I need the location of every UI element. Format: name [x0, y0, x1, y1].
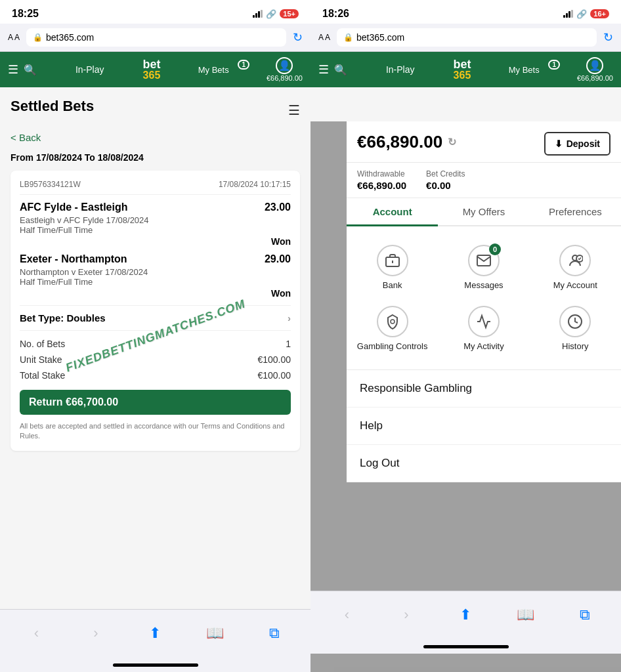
left-phone-panel: 18:25 🔗 15+ A A 🔒 bet365.com ↻ ☰ 🔍 In-Pl…: [0, 0, 310, 672]
left-badge: 15+: [280, 9, 299, 18]
right-account-btn: 👤 €66,890.00: [577, 57, 613, 82]
right-phone-panel: 18:26 🔗 16+ A A 🔒 bet365.com ↻ ☰ 🔍 In-Pl…: [310, 0, 621, 672]
right-menu-icon: ☰: [318, 62, 329, 77]
left-bet-match2: Exeter - Northampton 29.00 Northampton v…: [20, 253, 291, 299]
left-no-bets-value: 1: [286, 339, 291, 349]
left-account-btn[interactable]: 👤 €66,890.00: [267, 57, 303, 82]
acct-withdrawable-value: €66,890.00: [357, 180, 406, 191]
right-tabs-btn[interactable]: ⧉: [570, 600, 599, 629]
deposit-label: Deposit: [567, 138, 600, 149]
left-search-icon[interactable]: 🔍: [24, 64, 37, 76]
left-back-link[interactable]: < Back: [11, 132, 300, 143]
acct-balance-section: €66,890.00 ↻: [357, 132, 456, 152]
left-bet-id: LB9576334121W: [20, 180, 81, 189]
left-filter-icon[interactable]: ☰: [288, 102, 300, 118]
left-tabs-btn[interactable]: ⧉: [260, 619, 289, 648]
left-return-row: Return €66,700.00: [20, 390, 291, 415]
left-back-btn[interactable]: ‹: [22, 619, 51, 648]
tab-my-offers[interactable]: My Offers: [438, 198, 529, 225]
my-account-icon: [559, 245, 591, 276]
left-share-btn[interactable]: ⬆: [140, 619, 169, 648]
right-brand-bet: bet: [453, 58, 471, 70]
deposit-button[interactable]: ⬇ Deposit: [544, 132, 610, 156]
messages-label: Messages: [464, 280, 503, 290]
left-brand-logo: bet 365: [142, 58, 160, 81]
logout-label: Log Out: [360, 457, 400, 469]
grid-messages[interactable]: 0 Messages: [438, 237, 529, 298]
help-label: Help: [360, 419, 383, 432]
left-url-bar[interactable]: 🔒 bet365.com: [26, 28, 286, 47]
left-menu-icon[interactable]: ☰: [8, 62, 18, 77]
right-balance: €66,890.00: [577, 74, 613, 82]
left-my-bets-badge: 1: [238, 60, 249, 70]
left-bet-type-row[interactable]: Bet Type: Doubles ›: [20, 305, 291, 331]
bank-label: Bank: [383, 280, 402, 290]
left-match2-market: Half Time/Full Time: [20, 277, 291, 287]
left-font-ctrl[interactable]: A A: [8, 33, 20, 42]
left-no-bets-label: No. of Bets: [20, 339, 65, 349]
right-bottom-nav: ‹ › ⬆ 📖 ⧉: [310, 591, 621, 642]
grid-history[interactable]: History: [530, 298, 621, 359]
left-bet-match1: AFC Fylde - Eastleigh 23.00 Eastleigh v …: [20, 201, 291, 247]
left-url-text: bet365.com: [46, 32, 94, 43]
tab-account[interactable]: Account: [347, 198, 438, 225]
left-match2-name: Exeter - Northampton: [20, 253, 127, 265]
gambling-controls-label: Gambling Controls: [357, 341, 428, 351]
left-bet-type: Bet Type: Doubles: [20, 312, 106, 324]
right-brand-365: 365: [454, 70, 471, 81]
right-browser-bar: A A 🔒 bet365.com ↻: [310, 24, 621, 52]
left-date-range: From 17/08/2024 To 18/08/2024: [11, 152, 300, 163]
left-home-indicator: [0, 661, 310, 672]
tab-preferences[interactable]: Preferences: [530, 198, 621, 225]
left-in-play[interactable]: In-Play: [42, 64, 137, 75]
left-match1-market: Half Time/Full Time: [20, 225, 291, 235]
acct-icon-grid: Bank 0 Messages: [347, 226, 621, 370]
right-forward-btn[interactable]: ›: [392, 600, 421, 629]
my-activity-label: My Activity: [463, 341, 503, 351]
left-time: 18:25: [12, 8, 39, 20]
right-account-icon: 👤: [586, 57, 603, 74]
left-bookmarks-btn[interactable]: 📖: [200, 619, 229, 648]
left-status-bar: 18:25 🔗 15+: [0, 0, 310, 24]
grid-my-account[interactable]: My Account: [530, 237, 621, 298]
right-refresh-btn: ↻: [603, 30, 613, 45]
acct-refresh-icon[interactable]: ↻: [448, 136, 456, 148]
acct-sub-row: Withdrawable €66,890.00 Bet Credits €0.0…: [347, 163, 621, 198]
left-match1-name-row: AFC Fylde - Eastleigh 23.00: [20, 201, 291, 213]
menu-logout[interactable]: Log Out: [347, 445, 621, 482]
right-url-text: bet365.com: [356, 32, 404, 43]
acct-withdrawable: Withdrawable €66,890.00: [357, 169, 406, 191]
left-match2-name-row: Exeter - Northampton 29.00: [20, 253, 291, 265]
menu-help[interactable]: Help: [347, 408, 621, 445]
left-my-bets[interactable]: My Bets 1: [165, 65, 261, 75]
grid-bank[interactable]: Bank: [347, 237, 438, 298]
acct-bet-credits-label: Bet Credits: [426, 169, 465, 178]
acct-header: €66,890.00 ↻ ⬇ Deposit: [347, 121, 621, 163]
right-status-icons: 🔗 16+: [563, 9, 609, 19]
bank-icon: [377, 245, 408, 276]
menu-responsible-gambling[interactable]: Responsible Gambling: [347, 370, 621, 408]
acct-bet-credits-value: €0.00: [426, 180, 465, 191]
right-share-btn[interactable]: ⬆: [451, 600, 480, 629]
right-in-play: In-Play: [353, 64, 448, 75]
responsible-gambling-label: Responsible Gambling: [360, 382, 472, 394]
left-refresh-btn[interactable]: ↻: [293, 30, 303, 45]
right-nav-bar: ☰ 🔍 In-Play bet 365 My Bets 1 👤 €66,890.…: [310, 52, 621, 87]
left-unit-stake-row: Unit Stake €100.00: [20, 352, 291, 368]
grid-gambling-controls[interactable]: Gambling Controls: [347, 298, 438, 359]
left-terms: All bets are accepted and settled in acc…: [20, 421, 291, 442]
grid-my-activity[interactable]: My Activity: [438, 298, 529, 359]
right-font-ctrl: A A: [318, 33, 330, 42]
left-browser-bar: A A 🔒 bet365.com ↻: [0, 24, 310, 52]
right-bottom-nav-wrapper: ‹ › ⬆ 📖 ⧉: [310, 591, 621, 654]
right-back-btn[interactable]: ‹: [332, 600, 361, 629]
left-balance: €66,890.00: [267, 74, 303, 82]
svg-point-4: [391, 320, 395, 324]
acct-balance-value: €66,890.00: [357, 132, 442, 152]
right-url-bar: 🔒 bet365.com: [337, 28, 597, 47]
right-bookmarks-btn[interactable]: 📖: [511, 600, 540, 629]
right-time: 18:26: [322, 8, 349, 20]
my-activity-icon: [468, 306, 500, 337]
left-forward-btn[interactable]: ›: [81, 619, 110, 648]
left-unit-stake-label: Unit Stake: [20, 354, 62, 365]
